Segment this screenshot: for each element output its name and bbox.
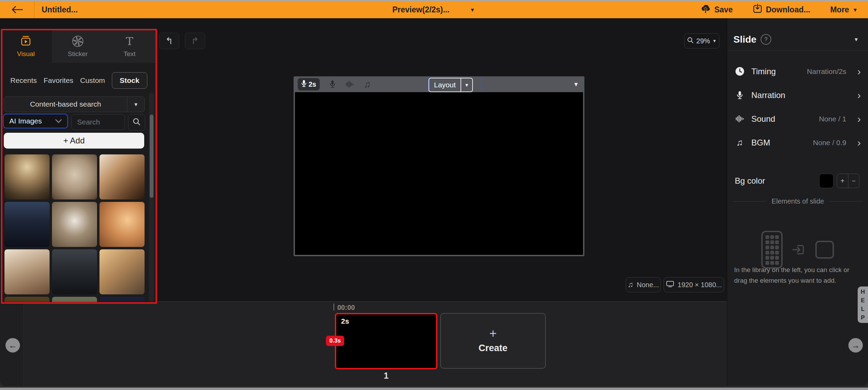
tab-sticker[interactable]: Sticker [52, 30, 104, 63]
help-letter: H [861, 288, 865, 296]
help-letter: E [861, 296, 865, 305]
header-actions: Save Download... More ▼ [700, 1, 858, 18]
canvas-bgm-button[interactable]: ♫ None... [626, 277, 661, 292]
bottom-scroll-strip[interactable] [0, 388, 868, 390]
download-label: Download... [766, 5, 810, 14]
bg-color-remove-button[interactable]: − [848, 174, 859, 188]
clock-icon [735, 67, 744, 76]
layout-label: Layout [429, 78, 461, 91]
library-search-row: AI Images [3, 113, 145, 131]
stock-image-thumb[interactable] [52, 154, 97, 199]
search-submit-button[interactable] [128, 114, 145, 131]
stock-image-thumb[interactable] [52, 249, 97, 294]
zoom-control[interactable]: 29% ▼ [684, 33, 719, 48]
narration-duration-value: 2s [308, 80, 316, 88]
inspector-rows: Timing Narration/2s › Narration › Sound … [727, 59, 868, 154]
chevron-right-icon: › [857, 66, 861, 77]
download-button[interactable]: Download... [753, 4, 810, 15]
asset-type-value: AI Images [9, 117, 42, 125]
sound-wave-icon [735, 115, 744, 123]
library-scrollbar-thumb[interactable] [150, 115, 154, 198]
chevron-down-icon: ▼ [712, 39, 717, 43]
stock-image-thumb[interactable] [4, 154, 50, 199]
category-recents[interactable]: Recents [10, 76, 37, 85]
mic-icon [735, 91, 744, 100]
category-stock[interactable]: Stock [112, 72, 147, 89]
music-note-icon: ♫ [628, 280, 634, 289]
slide-number-label: 1 [335, 371, 437, 381]
chevron-down-icon[interactable]: ▼ [854, 37, 859, 42]
magnifier-icon [687, 37, 694, 45]
add-button[interactable]: + Add [4, 133, 144, 149]
drag-into-icon [792, 243, 805, 258]
tab-text[interactable]: T Text [104, 30, 156, 63]
arrow-left-icon: ← [9, 340, 17, 350]
toolbar-collapse-caret[interactable]: ▼ [573, 81, 579, 88]
preview-label: Preview(2/2s)... [392, 5, 449, 14]
bg-color-swatch[interactable] [819, 174, 834, 188]
slide-duration-label: 2s [341, 317, 349, 325]
category-custom[interactable]: Custom [80, 76, 105, 85]
arrow-right-icon: → [851, 340, 860, 350]
bg-color-add-button[interactable]: + [837, 174, 848, 188]
stock-image-thumb[interactable] [99, 202, 145, 247]
row-timing-label: Timing [751, 67, 776, 76]
search-mode-dropdown[interactable]: Content-based search ▼ [4, 96, 145, 112]
header-bar: Untitled... Preview(2/2s)... ▼ Save Down… [0, 1, 868, 18]
undo-button[interactable]: ↰ [159, 33, 179, 49]
slide-canvas[interactable] [295, 92, 583, 255]
stock-image-thumb[interactable] [52, 202, 97, 247]
playhead-tick [334, 304, 334, 311]
search-input[interactable] [76, 118, 120, 127]
tab-visual-label: Visual [17, 50, 35, 58]
category-favorites[interactable]: Favorites [44, 76, 73, 85]
redo-button[interactable]: ↱ [185, 33, 205, 49]
tab-text-label: Text [124, 50, 136, 58]
visual-icon [20, 35, 32, 47]
transition-duration-badge[interactable]: 0.3s [326, 336, 344, 346]
stock-image-thumb[interactable] [4, 297, 50, 302]
row-timing[interactable]: Timing Narration/2s › [727, 59, 868, 83]
tab-sticker-label: Sticker [68, 50, 88, 58]
bg-color-row: Bg color + − [727, 174, 868, 188]
header-divider [34, 1, 34, 18]
save-button[interactable]: Save [700, 4, 733, 15]
bg-color-label: Bg color [735, 176, 765, 186]
back-arrow-icon [11, 6, 23, 14]
more-button[interactable]: More ▼ [830, 5, 858, 14]
asset-type-select[interactable]: AI Images [3, 113, 68, 129]
timeline-slide-1[interactable]: 2s 0.3s [335, 313, 437, 369]
chevron-down-icon[interactable]: ▼ [461, 78, 472, 91]
stock-image-thumb[interactable] [99, 154, 145, 199]
row-sound[interactable]: Sound None / 1 › [727, 107, 868, 131]
timeline-prev-button[interactable]: ← [6, 338, 20, 353]
music-note-icon[interactable]: ♫ [364, 79, 371, 90]
narration-duration-chip[interactable]: 2s [298, 78, 320, 90]
preview-dropdown[interactable]: Preview(2/2s)... ▼ [392, 1, 475, 18]
row-narration[interactable]: Narration › [727, 83, 868, 107]
row-bgm[interactable]: ♫ BGM None / 0.9 › [727, 131, 868, 154]
stock-image-thumb[interactable] [52, 297, 97, 302]
help-letter: L [861, 305, 865, 313]
back-button[interactable] [0, 1, 34, 18]
canvas-resolution-button[interactable]: 1920 × 1080... [664, 277, 724, 292]
cloud-upload-icon [700, 4, 711, 15]
chevron-down-icon: ▼ [470, 7, 475, 12]
stock-image-thumb[interactable] [4, 202, 50, 247]
canvas-bgm-value: None... [637, 281, 659, 289]
stock-image-thumb[interactable] [99, 249, 145, 294]
layout-button[interactable]: Layout ▼ [428, 78, 473, 92]
sound-wave-icon[interactable] [345, 80, 354, 88]
tab-visual[interactable]: Visual [0, 30, 52, 63]
music-note-icon: ♫ [735, 137, 744, 148]
stock-image-thumb[interactable] [99, 297, 145, 302]
create-slide-button[interactable]: + Create [440, 313, 546, 369]
help-tab[interactable]: H E L P [858, 286, 868, 323]
asset-library-panel: Visual Sticker T Te [0, 30, 156, 302]
slide-inspector-panel: Slide ? ▼ Timing Narration/2s › Narratio… [727, 18, 868, 386]
help-question-icon[interactable]: ? [761, 34, 771, 45]
stock-image-thumb[interactable] [4, 249, 50, 294]
record-mic-icon[interactable] [329, 80, 336, 88]
timeline-next-button[interactable]: → [848, 338, 863, 353]
search-icon [133, 118, 141, 127]
